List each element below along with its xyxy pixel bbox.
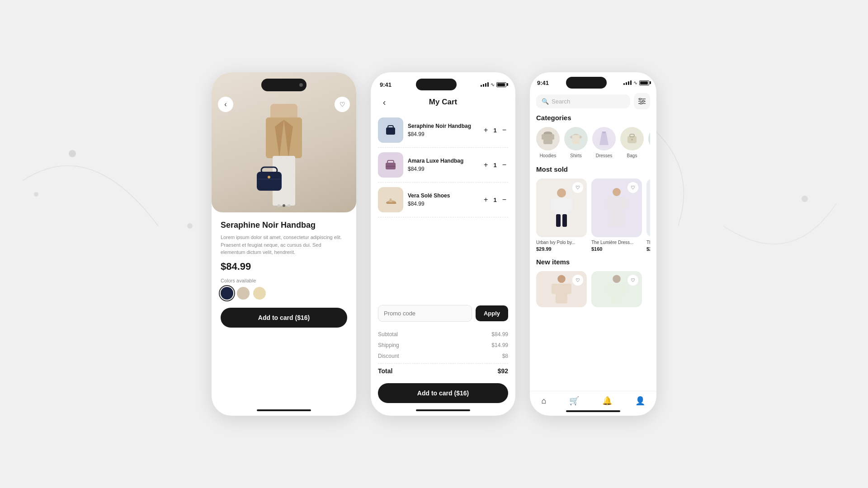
- promo-input[interactable]: [378, 305, 472, 322]
- qty-minus-3[interactable]: −: [500, 195, 508, 205]
- heart-btn-new-1[interactable]: ♡: [572, 275, 583, 286]
- bags-label: Bags: [627, 153, 637, 158]
- heart-btn-new-2[interactable]: ♡: [627, 275, 638, 286]
- qty-plus-3[interactable]: +: [482, 195, 490, 205]
- image-dots: [278, 204, 290, 207]
- svg-rect-36: [550, 198, 556, 211]
- status-time-cart: 9:41: [380, 81, 392, 88]
- category-dresses[interactable]: Dresses: [592, 127, 616, 158]
- new-item-2[interactable]: ♡: [591, 271, 642, 310]
- svg-rect-39: [562, 214, 567, 227]
- heart-btn-1[interactable]: ♡: [572, 182, 583, 193]
- cart-item-shoe-icon: [382, 192, 399, 208]
- signal-bars-cart: [481, 82, 489, 87]
- svg-rect-49: [566, 284, 571, 294]
- category-img-hoodies: [536, 127, 560, 150]
- product-description: Lorem ipsum dolor sit amet, consectetur …: [221, 234, 347, 256]
- qty-minus-1[interactable]: −: [500, 125, 508, 135]
- svg-rect-53: [622, 284, 627, 294]
- shirts-icon: [570, 131, 582, 147]
- search-input-wrap[interactable]: 🔍 Search: [536, 94, 630, 108]
- cart-item-info-1: Seraphine Noir Handbag $84.99: [408, 123, 477, 137]
- search-placeholder-text: Search: [552, 98, 570, 105]
- category-bags[interactable]: Bags: [620, 127, 644, 158]
- cart-item-img-1: [378, 117, 403, 143]
- dynamic-island-cart: [416, 79, 457, 90]
- category-shirts[interactable]: Shirts: [564, 127, 588, 158]
- most-sold-section-title: Most sold: [536, 165, 650, 173]
- total-row: Total $92: [378, 363, 508, 377]
- qty-plus-2[interactable]: +: [482, 160, 490, 170]
- discount-value: $8: [502, 353, 508, 359]
- back-button-cart[interactable]: ‹: [378, 96, 391, 108]
- color-swatch-2[interactable]: [237, 287, 250, 300]
- heart-btn-2[interactable]: ♡: [627, 182, 638, 193]
- new-person2-svg: [603, 273, 630, 305]
- status-icons-browse: ∿: [623, 80, 649, 86]
- product-urban-ivy-polo[interactable]: ♡ Urban Ivy Polo by... $29.99: [536, 178, 587, 252]
- nav-notifications[interactable]: 🔔: [602, 396, 612, 406]
- qty-num-1: 1: [493, 127, 496, 134]
- qty-num-3: 1: [493, 197, 496, 203]
- product-lumiere-dress[interactable]: ♡ The Lumière Dress... $160: [591, 178, 642, 252]
- battery-icon-browse: [639, 80, 649, 85]
- svg-point-34: [557, 188, 566, 197]
- product-image-section: ‹ ♡: [212, 72, 356, 212]
- hoodies-label: Hoodies: [540, 153, 557, 158]
- nav-profile[interactable]: 👤: [635, 396, 645, 406]
- apply-promo-button[interactable]: Apply: [476, 305, 508, 321]
- phone-my-cart: 9:41 ∿ ‹ My Cart: [371, 72, 515, 416]
- checkout-button[interactable]: Add to card ($16): [378, 383, 508, 403]
- shipping-label: Shipping: [378, 342, 399, 348]
- product-card-name-1: Urban Ivy Polo by...: [536, 240, 587, 245]
- favorite-button-product[interactable]: ♡: [335, 97, 350, 112]
- svg-point-23: [639, 98, 641, 100]
- phone-browse: 9:41 ∿ 🔍 Search: [530, 72, 656, 416]
- new-items-grid: ♡ ♡: [536, 271, 650, 310]
- bottom-nav: ⌂ 🛒 🔔 👤: [530, 391, 656, 408]
- product-image-bg: [212, 72, 356, 212]
- promo-row: Apply: [378, 305, 508, 322]
- svg-point-2: [187, 223, 193, 229]
- qty-plus-1[interactable]: +: [482, 125, 490, 135]
- cart-item-bag-icon: [382, 122, 399, 138]
- new-item-1[interactable]: ♡: [536, 271, 587, 310]
- product-card-price-1: $29.99: [536, 246, 587, 252]
- dot-1: [278, 204, 280, 207]
- browse-bar-3: [628, 81, 629, 85]
- categories-section-title: Categories: [536, 114, 650, 122]
- subtotal-value: $84.99: [491, 331, 508, 338]
- browse-content: Categories Hoodies: [530, 114, 656, 391]
- cart-item-info-3: Vera Solé Shoes $84.99: [408, 192, 477, 207]
- add-to-cart-button[interactable]: Add to card ($16): [221, 308, 347, 328]
- nav-home[interactable]: ⌂: [541, 396, 546, 406]
- category-shoes[interactable]: Sho...: [648, 127, 650, 158]
- cart-qty-3: + 1 −: [482, 195, 508, 205]
- cart-qty-1: + 1 −: [482, 125, 508, 135]
- back-button-product[interactable]: ‹: [218, 97, 233, 112]
- discount-label: Discount: [378, 353, 399, 359]
- shipping-value: $14.99: [491, 342, 508, 348]
- bar-2: [483, 84, 484, 87]
- new-items-section-title: New items: [536, 258, 650, 266]
- person3-svg: [646, 188, 650, 228]
- color-swatch-1[interactable]: [221, 287, 233, 300]
- filter-button[interactable]: [634, 93, 650, 109]
- home-indicator-1: [257, 409, 311, 411]
- bell-nav-icon: 🔔: [602, 396, 612, 406]
- bar-3: [485, 83, 486, 87]
- svg-rect-30: [602, 131, 606, 133]
- color-swatch-3[interactable]: [253, 287, 266, 300]
- total-label: Total: [378, 367, 392, 375]
- nav-cart[interactable]: 🛒: [569, 396, 579, 406]
- product-price: $84.99: [221, 261, 347, 272]
- cart-item-2: Amara Luxe Handbag $84.99 + 1 −: [378, 148, 508, 183]
- product-ar[interactable]: ♡ The Ar... $29.9...: [646, 178, 650, 252]
- svg-rect-11: [257, 172, 282, 191]
- qty-minus-2[interactable]: −: [500, 160, 508, 170]
- category-hoodies[interactable]: Hoodies: [536, 127, 560, 158]
- handbag-svg: [245, 104, 322, 212]
- svg-rect-29: [572, 135, 580, 144]
- dynamic-island-browse: [566, 77, 607, 89]
- category-img-dresses: [592, 127, 616, 150]
